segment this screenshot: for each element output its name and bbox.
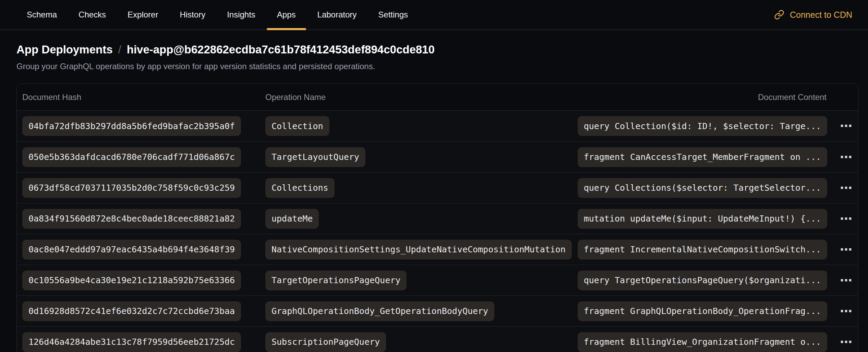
column-header-document-hash: Document Hash (17, 92, 265, 102)
table-header-row: Document Hash Operation Name Document Co… (17, 84, 858, 111)
table-row: 126d46a4284abe31c13c78f7959d56eeb21725dc… (17, 326, 858, 352)
document-content-value: query Collection($id: ID!, $selector: Ta… (578, 116, 827, 136)
table-row: 0d16928d8572c41ef6e032d2c7c72ccbd6e73baa… (17, 296, 858, 326)
table-row: 0ac8e047eddd97a97eac6435a4b694f4e3648f39… (17, 234, 858, 265)
tab-label: Settings (378, 10, 408, 20)
row-menu-button[interactable]: ⋯ (840, 213, 853, 225)
tab-laboratory[interactable]: Laboratory (317, 0, 357, 29)
document-content-value: fragment GraphQLOperationBody_OperationF… (578, 301, 827, 321)
tab-label: History (180, 10, 205, 20)
row-menu-button[interactable]: ⋯ (840, 274, 853, 287)
operation-name-value: SubscriptionPageQuery (265, 332, 386, 352)
document-hash-value: 0ac8e047eddd97a97eac6435a4b694f4e3648f39 (22, 240, 241, 260)
row-menu-button[interactable]: ⋯ (840, 151, 853, 163)
tab-settings[interactable]: Settings (378, 0, 408, 29)
document-content-value: fragment IncrementalNativeCompositionSwi… (578, 240, 827, 260)
tab-label: Apps (277, 10, 296, 20)
table-row: 04bfa72dfb83b297dd8a5b6fed9bafac2b395a0f… (17, 111, 858, 141)
table-row: 0673df58cd7037117035b2d0c758f59c0c93c259… (17, 172, 858, 203)
row-menu-button[interactable]: ⋯ (840, 120, 853, 132)
row-menu-button[interactable]: ⋯ (840, 243, 853, 256)
column-header-document-content: Document Content (758, 92, 858, 102)
document-hash-value: 0673df58cd7037117035b2d0c758f59c0c93c259 (22, 178, 241, 198)
page-header: App Deployments / hive-app@b622862ecdba7… (0, 30, 868, 71)
table-row: 050e5b363dafdcacd6780e706cadf771d06a867c… (17, 141, 858, 172)
document-content-value: mutation updateMe($input: UpdateMeInput!… (578, 209, 827, 229)
document-hash-value: 0d16928d8572c41ef6e032d2c7c72ccbd6e73baa (22, 301, 241, 321)
documents-table: Document Hash Operation Name Document Co… (16, 84, 858, 352)
operation-name-value: updateMe (265, 209, 319, 229)
document-hash-value: 050e5b363dafdcacd6780e706cadf771d06a867c (22, 147, 241, 167)
connect-to-cdn-button[interactable]: Connect to CDN (774, 10, 852, 20)
operation-name-value: Collections (265, 178, 335, 198)
document-content-value: query TargetOperationsPageQuery($organiz… (578, 271, 827, 290)
document-content-value: fragment CanAccessTarget_MemberFragment … (578, 147, 827, 167)
tab-label: Schema (27, 10, 57, 20)
document-hash-value: 04bfa72dfb83b297dd8a5b6fed9bafac2b395a0f (22, 116, 241, 136)
row-menu-button[interactable]: ⋯ (840, 182, 853, 194)
tab-apps[interactable]: Apps (277, 0, 296, 29)
operation-name-value: Collection (265, 116, 329, 136)
tab-checks[interactable]: Checks (79, 0, 106, 29)
document-hash-value: 126d46a4284abe31c13c78f7959d56eeb21725dc (22, 332, 241, 352)
tab-schema[interactable]: Schema (27, 0, 57, 29)
breadcrumb-separator: / (118, 43, 121, 56)
document-hash-value: 0a834f91560d872e8c4bec0ade18ceec88821a82 (22, 209, 241, 229)
operation-name-value: TargetLayoutQuery (265, 147, 365, 167)
row-menu-button[interactable]: ⋯ (840, 305, 853, 317)
document-content-value: fragment BillingView_OrganizationFragmen… (578, 332, 827, 352)
document-hash-value: 0c10556a9be4ca30e19e21c1218a592b75e63366 (22, 271, 241, 290)
tab-label: Checks (79, 10, 106, 20)
operation-name-value: GraphQLOperationBody_GetOperationBodyQue… (265, 301, 494, 321)
table-row: 0c10556a9be4ca30e19e21c1218a592b75e63366… (17, 265, 858, 296)
tab-label: Laboratory (317, 10, 357, 20)
link-icon (774, 10, 784, 20)
row-menu-button[interactable]: ⋯ (840, 336, 853, 348)
tab-insights[interactable]: Insights (227, 0, 255, 29)
tab-history[interactable]: History (180, 0, 205, 29)
column-header-operation-name: Operation Name (265, 92, 758, 102)
active-tab-indicator (267, 28, 306, 30)
operation-name-value: TargetOperationsPageQuery (265, 271, 407, 290)
nav-tabs: Schema Checks Explorer History Insights … (27, 0, 408, 29)
tab-label: Insights (227, 10, 255, 20)
operation-name-value: NativeCompositionSettings_UpdateNativeCo… (265, 240, 572, 260)
document-content-value: query Collections($selector: TargetSelec… (578, 178, 827, 198)
connect-to-cdn-label: Connect to CDN (790, 10, 852, 20)
page-subtitle: Group your GraphQL operations by app ver… (16, 62, 852, 71)
breadcrumb-root[interactable]: App Deployments (16, 43, 113, 56)
breadcrumb: App Deployments / hive-app@b622862ecdba7… (16, 43, 852, 56)
breadcrumb-current: hive-app@b622862ecdba7c61b78f412453def89… (127, 43, 435, 56)
tab-label: Explorer (128, 10, 158, 20)
table-row: 0a834f91560d872e8c4bec0ade18ceec88821a82… (17, 203, 858, 234)
tab-explorer[interactable]: Explorer (128, 0, 158, 29)
top-navigation: Schema Checks Explorer History Insights … (0, 0, 868, 30)
